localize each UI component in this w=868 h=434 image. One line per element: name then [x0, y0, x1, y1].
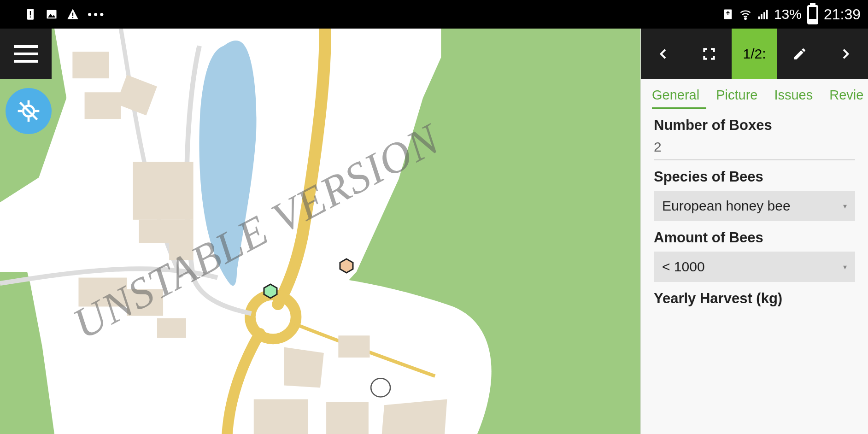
clock-text: 21:39: [824, 6, 861, 23]
image-icon: [45, 8, 58, 21]
battery-percent: 13%: [774, 6, 802, 22]
svg-rect-28: [254, 399, 308, 434]
svg-marker-27: [284, 347, 324, 387]
svg-rect-7: [72, 17, 73, 18]
svg-marker-30: [382, 399, 447, 434]
gps-off-button[interactable]: [6, 88, 52, 134]
svg-rect-19: [85, 92, 121, 119]
tabs-bar: General Picture Issues Revie: [641, 79, 868, 105]
panel-toolbar: 1/2:: [641, 29, 868, 79]
tab-general[interactable]: General: [652, 88, 699, 103]
map-marker-hex[interactable]: [339, 258, 354, 274]
svg-rect-2: [30, 17, 31, 18]
chevron-down-icon: ▾: [843, 202, 847, 211]
species-select[interactable]: European honey bee ▾: [654, 191, 855, 221]
svg-rect-21: [133, 162, 193, 220]
svg-rect-16: [809, 20, 816, 23]
svg-rect-6: [72, 13, 73, 16]
field-label: Species of Bees: [654, 169, 855, 185]
status-bar: ••• 13% 21:39: [0, 0, 868, 29]
species-value: European honey bee: [662, 198, 791, 214]
menu-button[interactable]: [0, 29, 52, 79]
tab-review[interactable]: Revie: [829, 88, 863, 103]
detail-panel: 1/2: General Picture Issues Revie Number…: [640, 29, 868, 434]
prev-button[interactable]: [641, 29, 686, 79]
svg-rect-18: [72, 52, 109, 78]
svg-marker-32: [340, 259, 353, 273]
svg-rect-11: [761, 14, 762, 19]
map-view[interactable]: UNSTABLE VERSION: [0, 29, 640, 434]
svg-rect-12: [763, 12, 765, 19]
signal-icon: [757, 8, 769, 21]
warning-icon: [66, 8, 79, 21]
svg-rect-25: [157, 318, 186, 338]
field-label: Amount of Bees: [654, 229, 855, 246]
counter-text: 1/2:: [743, 46, 766, 62]
form-panel: Number of Boxes 2 Species of Bees Europe…: [641, 109, 868, 315]
number-of-boxes-value[interactable]: 2: [654, 139, 855, 160]
svg-rect-1: [30, 11, 31, 15]
svg-rect-10: [758, 17, 760, 19]
field-label: Yearly Harvest (kg): [654, 290, 855, 307]
svg-rect-15: [811, 4, 815, 6]
map-marker-hex[interactable]: [263, 283, 278, 299]
ellipsis-icon: •••: [88, 7, 106, 22]
chevron-down-icon: ▾: [843, 263, 847, 271]
svg-rect-13: [766, 10, 768, 19]
amount-value: < 1000: [662, 259, 705, 275]
svg-marker-33: [264, 284, 277, 298]
battery-icon: [806, 8, 819, 21]
counter-indicator[interactable]: 1/2:: [732, 29, 777, 79]
edit-button[interactable]: [777, 29, 823, 79]
svg-rect-29: [326, 402, 369, 434]
svg-point-9: [745, 18, 746, 20]
field-label: Number of Boxes: [654, 117, 855, 134]
alert-icon: [24, 8, 37, 21]
next-button[interactable]: [822, 29, 868, 79]
fullscreen-button[interactable]: [686, 29, 732, 79]
tab-picture[interactable]: Picture: [716, 88, 757, 103]
amount-select[interactable]: < 1000 ▾: [654, 252, 855, 282]
wifi-icon: [739, 8, 752, 21]
recycle-icon: [721, 8, 734, 21]
tab-issues[interactable]: Issues: [774, 88, 813, 103]
svg-rect-26: [338, 335, 369, 358]
